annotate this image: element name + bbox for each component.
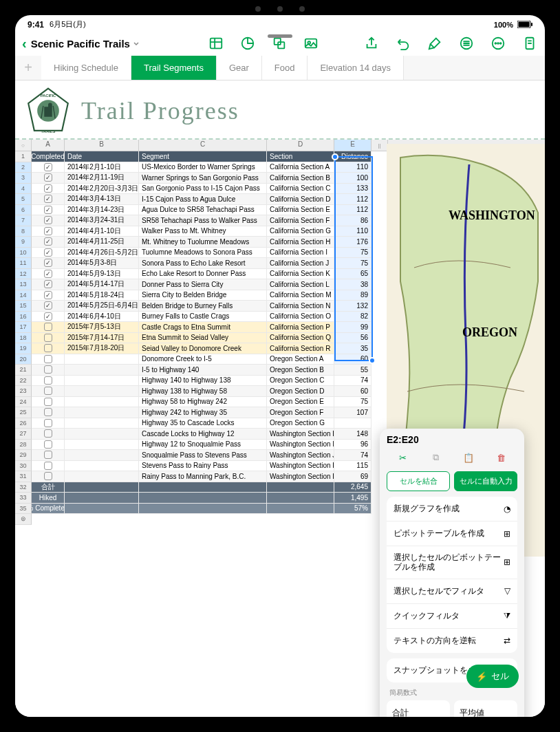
cell-segment[interactable]: Snoqualmie Pass to Stevens Pass — [139, 450, 267, 461]
cell-distance[interactable]: 82 — [334, 312, 371, 323]
document-settings-icon[interactable] — [521, 35, 538, 52]
cell-segment[interactable]: Cascade Locks to Highway 12 — [139, 429, 267, 440]
cell-date[interactable] — [65, 354, 139, 365]
cell-distance[interactable]: 148 — [334, 429, 371, 440]
menu-new-chart[interactable]: 新規グラフを作成◔ — [387, 497, 517, 521]
header-section[interactable]: Section — [267, 151, 334, 162]
cell-date[interactable]: 2014年4月11-25日 — [65, 237, 139, 248]
cell-section[interactable]: Washington Section L — [267, 471, 334, 482]
cell-distance[interactable]: 176 — [334, 237, 371, 248]
cell-date[interactable]: 2014年3月4-13日 — [65, 194, 139, 205]
cell-distance[interactable]: 107 — [334, 407, 371, 418]
cell-distance[interactable]: 110 — [334, 162, 371, 173]
cell-segment[interactable]: Tuolumne Meadows to Sonora Pass — [139, 248, 267, 259]
cell-segment[interactable]: San Gorgonio Pass to I-15 Cajon Pass — [139, 184, 267, 195]
cell-date[interactable]: 2014年5月3-8日 — [65, 258, 139, 269]
cell-segment[interactable]: Echo Lake Resort to Donner Pass — [139, 269, 267, 280]
cell-distance[interactable] — [334, 418, 371, 429]
cell-completed[interactable] — [32, 376, 65, 387]
more-icon[interactable] — [490, 35, 506, 52]
tab-gear[interactable]: Gear — [217, 56, 262, 80]
cell-completed[interactable] — [32, 365, 65, 376]
cell-completed[interactable] — [32, 205, 65, 216]
menu-pivot-table[interactable]: ピボットテーブルを作成⊞ — [387, 521, 517, 546]
cell-completed[interactable] — [32, 301, 65, 312]
cell-section[interactable]: California Section N — [267, 301, 334, 312]
cell-distance[interactable]: 69 — [334, 471, 371, 482]
cell-date[interactable] — [65, 386, 139, 397]
header-segment[interactable]: Segment — [139, 151, 267, 162]
cell-segment[interactable]: Belden Bridge to Burney Falls — [139, 301, 267, 312]
cell-date[interactable]: 2014年2月1-10日 — [65, 162, 139, 173]
cell-section[interactable]: Washington Section I — [267, 440, 334, 451]
cell-section[interactable]: California Section F — [267, 215, 334, 226]
cell-segment[interactable]: Highway 58 to Highway 242 — [139, 397, 267, 408]
cell-date[interactable]: 2015年7月18-20日 — [65, 343, 139, 354]
cell-completed[interactable] — [32, 173, 65, 184]
cell-section[interactable]: Oregon Section E — [267, 397, 334, 408]
delete-icon[interactable]: 🗑 — [493, 449, 509, 466]
cell-completed[interactable] — [32, 461, 65, 472]
document-title[interactable]: Scenic Pacific Trails — [31, 38, 140, 50]
cell-segment[interactable]: Highway 140 to Highway 138 — [139, 376, 267, 387]
cell-date[interactable] — [65, 397, 139, 408]
insert-chart-icon[interactable] — [239, 35, 256, 52]
cell-date[interactable] — [65, 429, 139, 440]
cell-segment[interactable]: Highway 12 to Snoqualmie Pass — [139, 440, 267, 451]
cell-completed[interactable] — [32, 450, 65, 461]
formula-avg[interactable]: 平均値 — [454, 700, 517, 717]
cell-distance[interactable]: 96 — [334, 440, 371, 451]
undo-icon[interactable] — [395, 35, 411, 52]
cell-completed[interactable] — [32, 386, 65, 397]
tab-elevation[interactable]: Elevation 14 days — [308, 56, 404, 80]
menu-pivot-selected[interactable]: 選択したセルのピボットテーブルを作成⊞ — [387, 546, 517, 579]
cell-completed[interactable] — [32, 418, 65, 429]
cell-date[interactable] — [65, 418, 139, 429]
paste-icon[interactable]: 📋 — [460, 449, 477, 466]
cell-section[interactable]: California Section R — [267, 343, 334, 354]
cell-completed[interactable] — [32, 279, 65, 290]
cell-date[interactable] — [65, 407, 139, 418]
cell-date[interactable]: 2014年5月25日-6月4日 — [65, 301, 139, 312]
cell-section[interactable]: Oregon Section G — [267, 418, 334, 429]
tab-food[interactable]: Food — [262, 56, 308, 80]
cell-section[interactable]: Washington Section J — [267, 450, 334, 461]
cell-section[interactable]: Oregon Section C — [267, 376, 334, 387]
cell-completed[interactable] — [32, 226, 65, 237]
col-header-a[interactable]: A — [32, 140, 65, 151]
cell-section[interactable]: California Section J — [267, 258, 334, 269]
cell-section[interactable]: California Section P — [267, 322, 334, 333]
cell-completed[interactable] — [32, 333, 65, 344]
cell-completed[interactable] — [32, 322, 65, 333]
cell-completed[interactable] — [32, 162, 65, 173]
cell-distance[interactable]: 115 — [334, 461, 371, 472]
cell-section[interactable]: Washington Section K — [267, 461, 334, 472]
cell-completed[interactable] — [32, 354, 65, 365]
cell-date[interactable] — [65, 471, 139, 482]
cell-date[interactable]: 2014年3月14-23日 — [65, 205, 139, 216]
cell-date[interactable]: 2014年3月24-31日 — [65, 215, 139, 226]
cell-section[interactable]: Oregon Section B — [267, 365, 334, 376]
cell-date[interactable]: 2014年4月1-10日 — [65, 226, 139, 237]
cell-segment[interactable]: Stevens Pass to Rainy Pass — [139, 461, 267, 472]
insert-media-icon[interactable] — [303, 35, 319, 52]
cell-segment[interactable]: Highway 138 to Highway 58 — [139, 386, 267, 397]
cell-section[interactable]: California Section K — [267, 269, 334, 280]
cell-completed[interactable] — [32, 194, 65, 205]
cell-section[interactable]: California Section H — [267, 237, 334, 248]
tab-trail-segments[interactable]: Trail Segments — [131, 56, 217, 80]
cell-completed[interactable] — [32, 215, 65, 226]
cell-completed[interactable] — [32, 290, 65, 301]
cell-completed[interactable] — [32, 397, 65, 408]
cell-completed[interactable] — [32, 184, 65, 195]
cell-segment[interactable]: Sonora Pass to Echo Lake Resort — [139, 258, 267, 269]
cell-segment[interactable]: Sierra City to Belden Bridge — [139, 290, 267, 301]
cell-segment[interactable]: Burney Falls to Castle Crags — [139, 312, 267, 323]
cell-completed[interactable] — [32, 269, 65, 280]
cell-completed[interactable] — [32, 248, 65, 259]
cell-date[interactable] — [65, 440, 139, 451]
cell-segment[interactable]: Agua Dulce to SR58 Tehachapi Pass — [139, 205, 267, 216]
cell-distance[interactable]: 35 — [334, 343, 371, 354]
cell-completed[interactable] — [32, 343, 65, 354]
select-all-corner[interactable]: ○ — [15, 140, 32, 151]
